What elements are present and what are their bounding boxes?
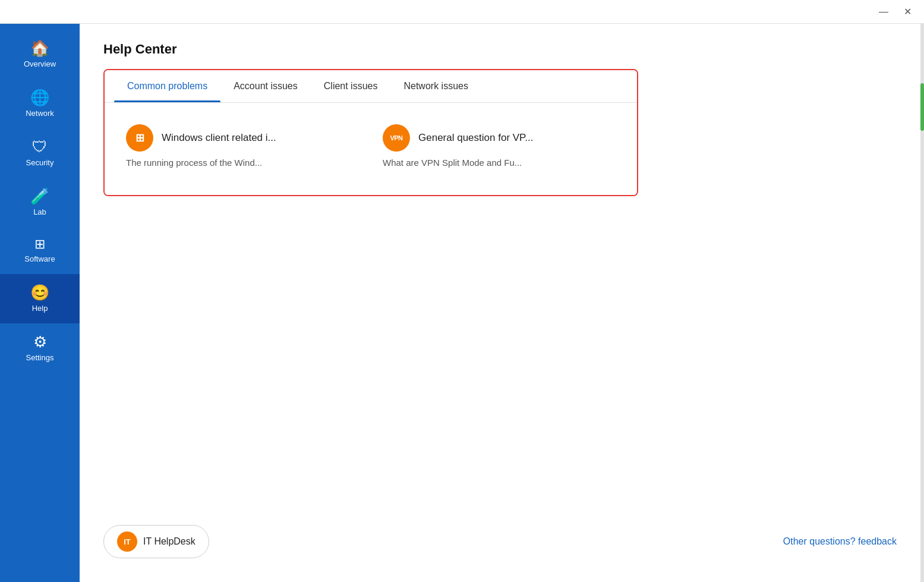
- sidebar-item-help[interactable]: 😊 Help: [0, 274, 80, 323]
- sidebar-item-settings[interactable]: ⚙ Settings: [0, 323, 80, 373]
- tab-client-issues[interactable]: Client issues: [311, 70, 391, 102]
- vpn-general-desc: What are VPN Split Mode and Fu...: [383, 158, 616, 168]
- lab-icon: 🧪: [30, 188, 49, 204]
- network-icon: 🌐: [30, 90, 49, 105]
- windows-logo-icon: ⊞: [135, 131, 144, 144]
- sidebar: 🏠 Overview 🌐 Network 🛡 Security 🧪 Lab ⊞ …: [0, 24, 80, 582]
- sidebar-item-lab[interactable]: 🧪 Lab: [0, 178, 80, 227]
- main-content: Help Center Common problems Account issu…: [80, 24, 920, 582]
- help-item-vpn-header: VPN General question for VP...: [383, 124, 616, 152]
- scrollbar-thumb[interactable]: [920, 83, 924, 131]
- help-items-grid: ⊞ Windows client related i... The runnin…: [105, 103, 637, 195]
- sidebar-label-help: Help: [32, 304, 48, 313]
- tab-common-problems[interactable]: Common problems: [114, 70, 220, 102]
- help-card: Common problems Account issues Client is…: [103, 69, 638, 196]
- tab-account-issues[interactable]: Account issues: [220, 70, 311, 102]
- sidebar-label-lab: Lab: [33, 207, 46, 216]
- scrollbar[interactable]: [920, 24, 924, 582]
- page-title: Help Center: [103, 42, 897, 57]
- security-icon: 🛡: [32, 139, 48, 155]
- sidebar-item-network[interactable]: 🌐 Network: [0, 79, 80, 128]
- sidebar-label-software: Software: [24, 254, 55, 263]
- it-helpdesk-label: IT HelpDesk: [143, 536, 195, 547]
- sidebar-label-settings: Settings: [26, 353, 54, 362]
- help-item-vpn-general[interactable]: VPN General question for VP... What are …: [371, 115, 627, 177]
- app-container: 🏠 Overview 🌐 Network 🛡 Security 🧪 Lab ⊞ …: [0, 24, 924, 582]
- help-icon: 😊: [30, 285, 49, 300]
- bottom-bar: IT IT HelpDesk Other questions? feedback: [103, 513, 897, 564]
- windows-client-desc: The running process of the Wind...: [126, 158, 359, 168]
- tab-network-issues[interactable]: Network issues: [390, 70, 481, 102]
- help-item-windows-header: ⊞ Windows client related i...: [126, 124, 359, 152]
- windows-client-title: Windows client related i...: [162, 132, 276, 144]
- minimize-button[interactable]: —: [876, 5, 891, 19]
- vpn-general-icon: VPN: [383, 124, 410, 152]
- sidebar-label-security: Security: [26, 158, 54, 167]
- sidebar-item-security[interactable]: 🛡 Security: [0, 128, 80, 178]
- title-bar: — ✕: [0, 0, 924, 24]
- it-helpdesk-button[interactable]: IT IT HelpDesk: [103, 525, 209, 558]
- sidebar-item-software[interactable]: ⊞ Software: [0, 227, 80, 274]
- help-item-windows-client[interactable]: ⊞ Windows client related i... The runnin…: [114, 115, 371, 177]
- sidebar-item-overview[interactable]: 🏠 Overview: [0, 30, 80, 79]
- it-helpdesk-icon: IT: [117, 531, 137, 552]
- windows-client-icon: ⊞: [126, 124, 153, 152]
- sidebar-label-network: Network: [26, 109, 54, 118]
- settings-icon: ⚙: [33, 334, 47, 350]
- tabs-bar: Common problems Account issues Client is…: [105, 70, 637, 103]
- vpn-general-title: General question for VP...: [418, 132, 533, 144]
- home-icon: 🏠: [30, 40, 49, 56]
- close-button[interactable]: ✕: [900, 5, 914, 19]
- sidebar-label-overview: Overview: [24, 59, 56, 68]
- software-icon: ⊞: [34, 238, 45, 251]
- vpn-logo-icon: VPN: [390, 134, 402, 141]
- feedback-link[interactable]: Other questions? feedback: [783, 536, 897, 547]
